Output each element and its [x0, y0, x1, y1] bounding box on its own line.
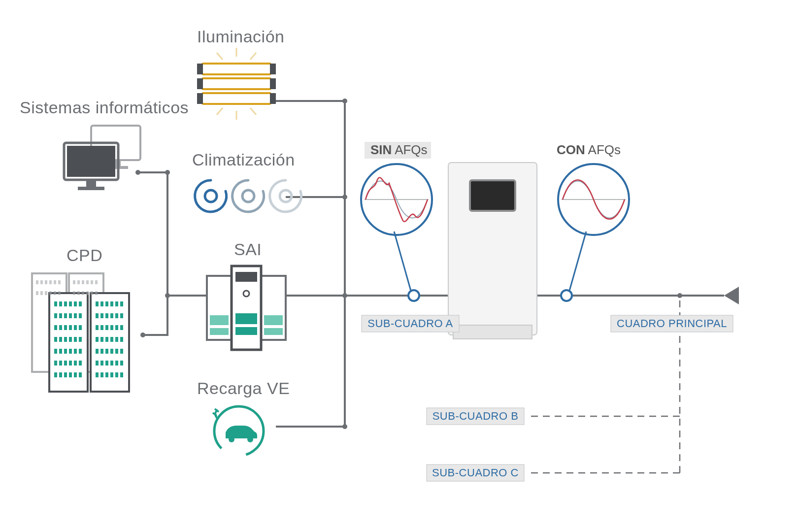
svg-point-45 — [242, 190, 254, 202]
node-bus — [342, 293, 347, 298]
node-left-top — [165, 170, 170, 175]
callout-con — [569, 232, 586, 291]
svg-rect-4 — [67, 146, 115, 177]
svg-rect-5 — [86, 180, 96, 187]
node-sistemas — [135, 170, 140, 175]
waveform-sin-icon — [361, 164, 432, 235]
label-cpd: CPD — [66, 246, 102, 265]
label-sistemas: Sistemas informáticos — [20, 98, 189, 117]
cpd-icon — [32, 273, 129, 392]
lighting-icon — [197, 48, 276, 120]
tag-sub-a: SUB-CUADRO A — [362, 315, 459, 332]
svg-line-33 — [217, 108, 223, 115]
svg-point-62 — [247, 436, 253, 442]
label-con-afqs: CON AFQs — [557, 142, 621, 157]
svg-text:SUB-CUADRO A: SUB-CUADRO A — [367, 317, 453, 330]
node-sub-a — [408, 290, 419, 301]
node-dashed-top — [677, 293, 682, 298]
svg-rect-56 — [235, 327, 257, 335]
waveform-con-icon — [558, 164, 629, 235]
label-con-afqs-box: CON AFQs — [557, 142, 621, 157]
svg-point-61 — [229, 436, 234, 442]
monitors-icon — [64, 126, 140, 190]
tag-cuadro-principal: CUADRO PRINCIPAL — [611, 315, 733, 332]
svg-text:SUB-CUADRO B: SUB-CUADRO B — [432, 410, 519, 422]
afq-device-icon — [448, 163, 537, 339]
svg-rect-48 — [210, 315, 229, 325]
label-sai: SAI — [234, 240, 262, 259]
node-con — [561, 290, 572, 301]
callout-sin — [394, 232, 411, 291]
svg-rect-54 — [235, 272, 257, 282]
diagram-canvas: Sistemas informáticos — [0, 0, 798, 532]
label-sin-afqs: SIN AFQs — [370, 142, 428, 157]
tag-sub-b: SUB-CUADRO B — [427, 408, 524, 425]
svg-line-30 — [217, 53, 223, 60]
svg-text:CUADRO PRINCIPAL: CUADRO PRINCIPAL — [617, 317, 727, 330]
svg-rect-55 — [235, 313, 257, 324]
spur-cpd — [143, 296, 167, 335]
label-recarga: Recarga VE — [197, 379, 290, 398]
svg-line-34 — [250, 108, 256, 115]
node-cpd — [140, 332, 145, 337]
hvac-icon — [195, 180, 301, 212]
svg-rect-35 — [202, 64, 271, 74]
svg-rect-52 — [264, 328, 283, 335]
label-sin-afqs-box: SIN AFQs — [365, 142, 431, 159]
svg-rect-64 — [453, 325, 532, 339]
label-iluminacion: Iluminación — [197, 27, 284, 46]
svg-text:SUB-CUADRO C: SUB-CUADRO C — [432, 466, 519, 479]
svg-rect-40 — [270, 78, 276, 89]
svg-rect-65 — [470, 180, 515, 211]
svg-rect-37 — [270, 64, 276, 74]
svg-rect-43 — [270, 93, 276, 104]
svg-rect-49 — [210, 328, 229, 335]
ups-icon — [207, 266, 286, 350]
svg-rect-36 — [197, 64, 203, 74]
svg-rect-6 — [78, 187, 104, 190]
label-climatizacion: Climatización — [192, 150, 295, 169]
svg-rect-41 — [202, 93, 271, 104]
tag-sub-c: SUB-CUADRO C — [427, 465, 524, 481]
svg-rect-39 — [197, 78, 203, 89]
svg-rect-38 — [202, 78, 271, 89]
svg-line-31 — [250, 53, 256, 60]
arrowhead-main — [724, 287, 739, 304]
ev-icon — [204, 396, 273, 466]
svg-rect-42 — [197, 93, 203, 104]
svg-rect-51 — [264, 315, 283, 325]
